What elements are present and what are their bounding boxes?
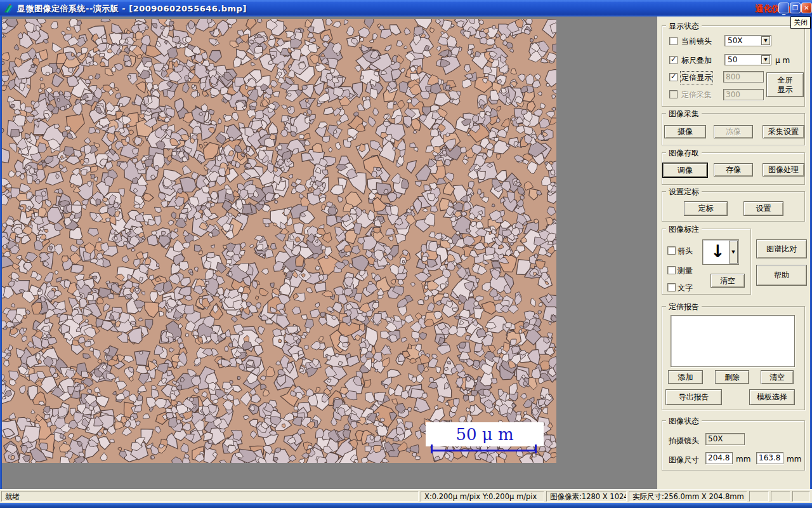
- status-actual-size: 实际尺寸:256.0mm X 204.8mm: [629, 491, 747, 502]
- checkbox-arrow[interactable]: [667, 246, 676, 255]
- checkbox-text[interactable]: [667, 283, 676, 291]
- restore-button[interactable]: ❐: [790, 3, 801, 13]
- checkbox-fixed-display[interactable]: ✓: [669, 73, 678, 81]
- help-button[interactable]: 帮助: [756, 265, 807, 286]
- scale-bar-line: [431, 450, 537, 451]
- status-bar: 就绪 X:0.200μ m/pix Y:0.200μ m/pix 图像像素:12…: [0, 489, 812, 503]
- calibrate-button[interactable]: 定标: [684, 201, 728, 216]
- status-empty-3: [792, 491, 810, 502]
- report-clear-button[interactable]: 清空: [761, 370, 794, 384]
- input-fixed-capture: 300: [723, 89, 764, 100]
- close-icon: ✕: [804, 4, 809, 11]
- input-fixed-display: 800: [723, 71, 764, 83]
- group-title: 设置定标: [666, 187, 702, 197]
- label-mm-2: mm: [787, 455, 801, 464]
- export-report-button[interactable]: 导出报告: [665, 389, 722, 405]
- status-image-pixels: 图像像素:1280 X 1024: [546, 491, 627, 502]
- group-title: 显示状态: [666, 21, 702, 32]
- report-delete-button[interactable]: 删除: [715, 370, 749, 384]
- label-capture-lens: 拍摄镜头: [669, 436, 699, 446]
- save-image-button[interactable]: 存像: [714, 163, 753, 177]
- status-pixel-scale: X:0.200μ m/pix Y:0.200μ m/pix: [421, 491, 544, 502]
- report-add-button[interactable]: 添加: [668, 370, 703, 384]
- scale-bar-label: 50 μ m: [426, 422, 544, 446]
- status-ready: 就绪: [1, 491, 419, 502]
- label-measure: 测量: [678, 265, 693, 276]
- checkbox-measure[interactable]: [667, 266, 676, 274]
- group-title: 定倍报告: [666, 302, 702, 312]
- group-calibration: 设置定标: [662, 191, 805, 222]
- arrow-style-combo[interactable]: ↓ ▼: [702, 239, 739, 265]
- calib-settings-button[interactable]: 设置: [743, 201, 783, 216]
- fullscreen-line1: 全屏: [778, 76, 793, 85]
- checkbox-fixed-capture: [669, 90, 678, 98]
- combo-value: 50X: [728, 36, 743, 45]
- label-mm-1: mm: [736, 455, 750, 464]
- fullscreen-line2: 显示: [778, 85, 793, 95]
- input-image-height: 163.8: [756, 452, 783, 464]
- status-empty-1: [749, 491, 769, 502]
- template-select-button[interactable]: 模板选择: [749, 389, 795, 405]
- dropdown-icon[interactable]: ▼: [729, 241, 738, 264]
- load-image-button[interactable]: 调像: [663, 163, 707, 177]
- arrow-down-glyph-icon: ↓: [710, 241, 725, 261]
- clear-annotation-button[interactable]: 清空: [710, 274, 745, 288]
- close-tooltip: 关闭: [790, 17, 811, 29]
- combo-value: 50: [728, 55, 737, 64]
- close-button[interactable]: ✕: [801, 3, 812, 13]
- checkbox-scale-overlay[interactable]: ✓: [669, 56, 678, 64]
- combo-scale-value[interactable]: 50 ▼: [724, 54, 771, 65]
- input-capture-lens: 50X: [705, 433, 745, 445]
- scale-bar-tick-left: [431, 444, 433, 453]
- label-fixed-capture: 定倍采集: [681, 90, 712, 100]
- check-icon: ✓: [671, 72, 676, 81]
- status-empty-2: [771, 491, 790, 502]
- title-bar: 显微图像定倍系统--演示版 - [20090602055646.bmp] 通化仪…: [0, 0, 812, 17]
- window-border-bottom: [0, 503, 812, 508]
- app-icon: [3, 3, 14, 13]
- minimize-button[interactable]: _: [778, 3, 789, 13]
- micrograph-image: [2, 19, 556, 463]
- group-title: 图像标注: [666, 224, 702, 235]
- label-um-unit: μ m: [775, 56, 790, 65]
- capture-settings-button[interactable]: 采集设置: [763, 125, 804, 138]
- freeze-button: 冻像: [714, 125, 753, 138]
- dropdown-icon[interactable]: ▼: [761, 55, 770, 64]
- label-arrow: 箭头: [678, 246, 693, 257]
- check-icon: ✓: [671, 55, 676, 64]
- combo-current-lens[interactable]: 50X ▼: [724, 35, 771, 46]
- label-current-lens: 当前镜头: [681, 36, 712, 47]
- scale-bar-tick-right: [535, 444, 537, 453]
- dropdown-icon[interactable]: ▼: [761, 36, 770, 45]
- label-fixed-display: 定倍显示: [681, 72, 712, 83]
- label-text: 文字: [678, 283, 693, 293]
- report-listbox[interactable]: [671, 315, 795, 367]
- label-scale-overlay: 标尺叠加: [681, 55, 712, 66]
- group-title: 图像存取: [666, 148, 702, 159]
- camera-button[interactable]: 摄像: [664, 125, 706, 138]
- minimize-icon: _: [782, 10, 785, 12]
- group-title: 图像采集: [666, 109, 702, 119]
- window-title: 显微图像定倍系统--演示版 - [20090602055646.bmp]: [17, 3, 247, 15]
- input-image-width: 204.8: [705, 452, 733, 464]
- atlas-compare-button[interactable]: 图谱比对: [756, 239, 807, 258]
- checkbox-current-lens[interactable]: [669, 37, 678, 45]
- restore-icon: ❐: [792, 4, 798, 11]
- image-process-button[interactable]: 图像处理: [763, 163, 804, 177]
- label-image-size: 图像尺寸: [669, 455, 699, 465]
- fullscreen-button[interactable]: 全屏 显示: [766, 72, 804, 97]
- group-title: 图像状态: [666, 416, 702, 427]
